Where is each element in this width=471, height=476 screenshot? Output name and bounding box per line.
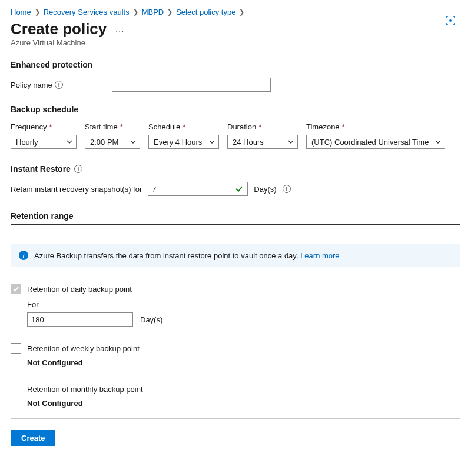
policy-name-label: Policy name [11, 81, 52, 89]
create-button[interactable]: Create [11, 430, 55, 446]
chevron-down-icon [67, 139, 72, 145]
chevron-right-icon: ❯ [35, 8, 40, 16]
breadcrumb-link-select-policy[interactable]: Select policy type [176, 8, 236, 16]
backup-schedule-heading: Backup schedule [11, 105, 460, 114]
footer-divider [11, 418, 460, 419]
breadcrumb: Home ❯ Recovery Services vaults ❯ MBPD ❯… [11, 8, 460, 16]
breadcrumb-link-vaults[interactable]: Recovery Services vaults [44, 8, 130, 16]
daily-retention-unit: Day(s) [140, 315, 162, 324]
monthly-not-configured: Not Configured [27, 399, 460, 408]
monthly-retention-label: Retention of monthly backup point [27, 385, 143, 394]
instant-restore-unit: Day(s) [254, 185, 276, 194]
checkmark-icon [235, 185, 243, 193]
info-banner: i Azure Backup transfers the data from i… [11, 244, 460, 267]
duration-label: Duration [227, 122, 256, 131]
frequency-label: Frequency [11, 122, 47, 131]
schedule-select[interactable]: Every 4 Hours [148, 135, 219, 149]
daily-retention-input[interactable] [27, 312, 133, 327]
svg-point-0 [449, 19, 452, 22]
start-time-label: Start time [85, 122, 118, 131]
info-filled-icon: i [19, 251, 28, 260]
start-time-select[interactable]: 2:00 PM [85, 135, 140, 149]
retention-range-heading: Retention range [11, 211, 460, 221]
chevron-down-icon [288, 139, 294, 145]
chevron-right-icon: ❯ [167, 8, 173, 16]
duration-value: 24 Hours [233, 138, 264, 147]
start-time-value: 2:00 PM [90, 138, 118, 147]
chevron-down-icon [130, 139, 136, 145]
focus-mode-button[interactable] [443, 13, 458, 28]
duration-select[interactable]: 24 Hours [227, 135, 298, 149]
weekly-retention-checkbox[interactable] [11, 343, 21, 354]
page-subtitle: Azure Virtual Machine [11, 38, 460, 47]
timezone-label: Timezone [306, 122, 340, 131]
info-banner-text: Azure Backup transfers the data from ins… [34, 251, 298, 260]
chevron-down-icon [435, 139, 441, 145]
chevron-right-icon: ❯ [133, 8, 138, 16]
breadcrumb-link-mbpd[interactable]: MBPD [142, 8, 164, 16]
info-icon[interactable]: i [74, 165, 82, 173]
timezone-value: (UTC) Coordinated Universal Time [311, 138, 429, 147]
chevron-right-icon: ❯ [239, 8, 244, 16]
timezone-select[interactable]: (UTC) Coordinated Universal Time [306, 135, 445, 149]
schedule-value: Every 4 Hours [154, 138, 202, 147]
policy-name-input[interactable] [112, 78, 271, 92]
instant-restore-input[interactable] [148, 182, 248, 196]
monthly-retention-checkbox[interactable] [11, 384, 21, 394]
chevron-down-icon [209, 139, 215, 145]
page-title: Create policy [11, 20, 107, 38]
daily-retention-checkbox [11, 284, 21, 294]
frequency-select[interactable]: Hourly [11, 135, 77, 149]
instant-restore-heading: Instant Restore [11, 164, 71, 174]
daily-for-label: For [27, 300, 460, 309]
weekly-retention-label: Retention of weekly backup point [27, 344, 140, 353]
learn-more-link[interactable]: Learn more [300, 251, 339, 260]
daily-retention-label: Retention of daily backup point [27, 285, 132, 294]
enhanced-protection-heading: Enhanced protection [11, 60, 460, 69]
more-actions-button[interactable]: … [112, 22, 128, 37]
weekly-not-configured: Not Configured [27, 358, 460, 367]
divider [11, 224, 460, 225]
schedule-label: Schedule [148, 122, 180, 131]
instant-restore-prefix: Retain instant recovery snapshot(s) for [11, 185, 142, 194]
breadcrumb-link-home[interactable]: Home [11, 8, 31, 16]
info-icon[interactable]: i [283, 185, 291, 193]
info-icon[interactable]: i [55, 81, 63, 89]
frequency-value: Hourly [16, 138, 38, 147]
